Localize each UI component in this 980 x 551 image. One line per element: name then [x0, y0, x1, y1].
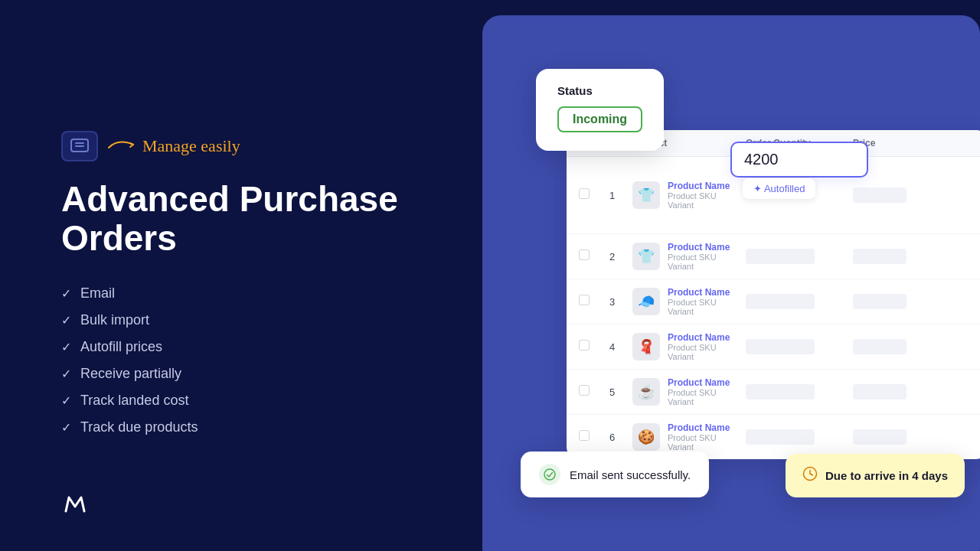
status-label: Status	[557, 84, 642, 97]
product-thumb: 🍪	[632, 423, 660, 451]
qty-empty	[746, 339, 815, 354]
product-thumb: 👕	[632, 243, 660, 270]
clock-icon	[802, 466, 818, 485]
product-name: Product Name	[668, 332, 730, 343]
row-checkbox[interactable]	[579, 249, 590, 260]
qty-cell	[746, 429, 853, 445]
check-icon: ✓	[61, 393, 71, 408]
product-variant: Variant	[668, 201, 730, 210]
row-check-cell	[579, 340, 609, 354]
qty-empty	[746, 249, 815, 264]
arrive-toast: Due to arrive in 4 days	[786, 454, 965, 497]
manage-easily-group: Manage easily	[61, 131, 436, 161]
product-sku: Product SKU	[668, 253, 730, 262]
row-number: 5	[609, 386, 632, 398]
table-card: Product Order Quantity Price 1 👕 Product…	[567, 130, 980, 459]
row-checkbox[interactable]	[579, 188, 590, 199]
row-check-cell	[579, 295, 609, 308]
feature-receive: ✓Receive partially	[61, 366, 436, 382]
arrow-label: Manage easily	[107, 136, 240, 156]
price-cell	[853, 294, 929, 309]
product-thumb: 🧢	[632, 288, 660, 315]
qty-cell	[746, 294, 853, 309]
row-check-cell	[579, 249, 609, 263]
product-info: Product Name Product SKU Variant	[668, 332, 730, 361]
feature-email: ✓Email	[61, 285, 436, 302]
product-sku: Product SKU	[668, 433, 730, 442]
product-sku: Product SKU	[668, 388, 730, 397]
inbox-icon	[61, 131, 98, 161]
price-cell	[853, 339, 929, 354]
check-icon: ✓	[61, 367, 71, 381]
row-check-cell	[579, 385, 609, 399]
product-name: Product Name	[668, 287, 730, 298]
qty-cell	[746, 384, 853, 399]
row-checkbox[interactable]	[579, 295, 590, 305]
feature-bulk-import: ✓Bulk import	[61, 312, 436, 328]
product-info: Product Name Product SKU Variant	[668, 422, 730, 452]
product-variant: Variant	[668, 397, 730, 406]
price-empty	[853, 294, 906, 309]
product-variant: Variant	[668, 352, 730, 361]
qty-empty	[746, 384, 815, 399]
product-sku: Product SKU	[668, 343, 730, 352]
product-name: Product Name	[668, 422, 730, 433]
price-empty	[853, 384, 906, 399]
product-variant: Variant	[668, 442, 730, 452]
qty-cell	[746, 249, 853, 264]
product-variant: Variant	[668, 262, 730, 271]
check-icon: ✓	[61, 420, 71, 435]
arrive-toast-text: Due to arrive in 4 days	[825, 469, 948, 482]
table-row: 5 ☕ Product Name Product SKU Variant	[567, 370, 980, 415]
check-icon: ✓	[61, 313, 71, 328]
svg-rect-1	[75, 145, 84, 147]
qty-input[interactable]: 4200	[730, 142, 868, 178]
row-check-cell	[579, 188, 609, 202]
product-name: Product Name	[668, 377, 730, 388]
status-card: Status Incoming	[536, 69, 664, 151]
email-toast: Email sent successfully.	[521, 452, 709, 497]
product-cell: ☕ Product Name Product SKU Variant	[632, 377, 746, 406]
row-number: 1	[609, 190, 632, 201]
price-empty	[853, 249, 906, 264]
row-check-cell	[579, 430, 609, 444]
feature-due: ✓Track due products	[61, 419, 436, 435]
row-number: 3	[609, 296, 632, 308]
table-row: 3 🧢 Product Name Product SKU Variant	[567, 279, 980, 324]
row-number: 4	[609, 341, 632, 353]
feature-autofill: ✓Autofill prices	[61, 339, 436, 355]
product-info: Product Name Product SKU Variant	[668, 242, 730, 271]
logo-area	[61, 490, 89, 520]
row-checkbox[interactable]	[579, 430, 590, 441]
table-row: 1 👕 Product Name Product SKU Variant 420…	[567, 157, 980, 234]
product-sku: Product SKU	[668, 191, 730, 201]
svg-point-3	[544, 469, 555, 480]
qty-cell	[746, 339, 853, 354]
product-cell: 👕 Product Name Product SKU Variant	[632, 181, 746, 210]
left-panel: Manage easily Advanced Purchase Orders ✓…	[0, 0, 482, 551]
product-cell: 🍪 Product Name Product SKU Variant	[632, 422, 746, 452]
price-cell	[853, 429, 929, 445]
success-icon	[539, 464, 560, 485]
price-empty	[853, 339, 906, 354]
check-icon: ✓	[61, 286, 71, 301]
row-checkbox[interactable]	[579, 385, 590, 396]
product-info: Product Name Product SKU Variant	[668, 377, 730, 406]
product-cell: 🧢 Product Name Product SKU Variant	[632, 287, 746, 316]
product-thumb: 🧣	[632, 333, 660, 360]
svg-rect-2	[75, 142, 84, 144]
row-checkbox[interactable]	[579, 340, 590, 350]
product-cell: 🧣 Product Name Product SKU Variant	[632, 332, 746, 361]
col-extra	[929, 138, 975, 148]
check-icon: ✓	[61, 340, 71, 354]
price-empty	[853, 429, 906, 445]
product-thumb: 👕	[632, 181, 660, 209]
manage-easily-text: Manage easily	[142, 136, 240, 156]
right-panel: Status Incoming Product Order Quantity P…	[482, 15, 980, 551]
email-toast-text: Email sent successfully.	[570, 468, 691, 481]
qty-cell: 4200 ✦ Autofilled	[746, 165, 853, 226]
price-cell	[853, 384, 929, 399]
main-heading: Advanced Purchase Orders	[61, 180, 436, 257]
product-name: Product Name	[668, 181, 730, 191]
status-badge: Incoming	[557, 106, 642, 132]
